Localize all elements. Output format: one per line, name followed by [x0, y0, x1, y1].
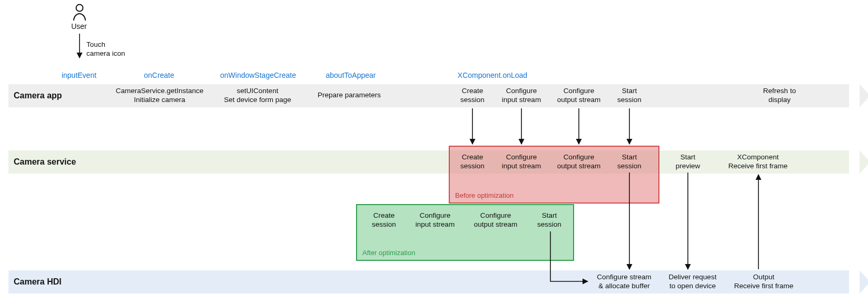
opt-step-createsession: Create session [366, 211, 402, 229]
app-step-cfginput: Configure input stream [495, 87, 548, 105]
method-oncreate: onCreate [138, 71, 180, 80]
lane-title-hdi: Camera HDI [14, 270, 62, 293]
srv-step-startpreview: Start preview [667, 153, 709, 171]
diagram-canvas: User Touch camera icon inputEvent onCrea… [0, 0, 868, 304]
after-optimization-caption: After optimization [362, 249, 415, 257]
srv-step-cfginput: Configure input stream [495, 153, 548, 171]
hdi-step-deliverreq: Deliver request to open device [664, 273, 722, 291]
opt-step-startsession: Start session [531, 211, 568, 229]
app-step-startsession: Start session [611, 87, 648, 105]
before-optimization-caption: Before optimization [455, 191, 514, 199]
app-step-refresh: Refresh to display [758, 87, 801, 105]
app-step-setuicontent: setUIContent Set device form page [218, 87, 297, 105]
opt-step-cfginput: Configure input stream [409, 211, 461, 229]
opt-step-cfgoutput: Configure output stream [467, 211, 525, 229]
method-abouttoappear: aboutToAppear [319, 71, 382, 80]
method-inputevent: inputEvent [53, 71, 105, 80]
method-onwindowstagecreate: onWindowStageCreate [211, 71, 305, 80]
app-step-cfgoutput: Configure output stream [550, 87, 608, 105]
user-icon [72, 3, 87, 22]
srv-step-cfgoutput: Configure output stream [550, 153, 608, 171]
app-step-prepareparams: Prepare parameters [310, 91, 389, 100]
srv-step-createsession: Create session [454, 153, 491, 171]
hdi-step-output: Output Receive first frame [727, 273, 801, 291]
lane-title-service: Camera service [14, 150, 76, 174]
lane-title-app: Camera app [14, 84, 62, 107]
user-label: User [63, 22, 95, 32]
srv-step-startsession: Start session [611, 153, 648, 171]
srv-step-receivefirst: XComponent Receive first frame [718, 153, 797, 171]
hdi-step-configstream: Configure stream & allocate buffer [590, 273, 658, 291]
user-action-label: Touch camera icon [86, 40, 139, 58]
svg-point-0 [76, 5, 83, 12]
app-step-getinstance: CameraService.getInstance Initialize cam… [110, 87, 210, 105]
method-xcomponent-onload: XComponent.onLoad [448, 71, 537, 80]
app-step-createsession: Create session [454, 87, 491, 105]
